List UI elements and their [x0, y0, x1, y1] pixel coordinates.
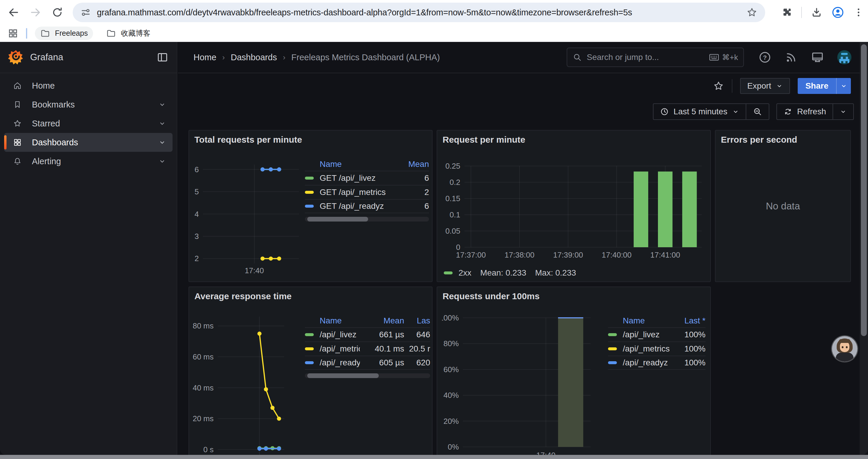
chevron-down-icon: [776, 83, 783, 90]
panel-average-response-time[interactable]: Average response time 80 ms60 ms40 ms20 …: [188, 287, 433, 455]
chevron-down-icon[interactable]: [158, 138, 166, 146]
bookmark-folder-blogs[interactable]: 收藏博客: [101, 27, 156, 40]
download-icon[interactable]: [811, 6, 823, 18]
profile-icon[interactable]: [831, 6, 844, 19]
grafana-logo[interactable]: [8, 50, 24, 65]
series-toggle[interactable]: /api/_metrics: [608, 344, 673, 354]
export-button[interactable]: Export: [740, 78, 790, 94]
legend-horizontal-scrollbar[interactable]: [305, 373, 430, 378]
share-menu-button[interactable]: [836, 78, 851, 94]
search-input[interactable]: Search or jump to... ⌘+k: [567, 47, 744, 67]
legend-header-last[interactable]: Last *: [673, 316, 706, 326]
series-point: [277, 256, 281, 261]
bar[interactable]: [634, 172, 648, 247]
panel-toggle-icon[interactable]: [157, 52, 168, 63]
horizontal-scrollbar[interactable]: [0, 455, 868, 459]
area-fill[interactable]: [558, 318, 583, 447]
rss-icon[interactable]: [785, 51, 798, 64]
chevron-down-icon[interactable]: [158, 101, 166, 108]
y-tick-label: 3: [195, 232, 199, 241]
series-toggle[interactable]: GET /api/_metrics: [305, 188, 402, 197]
series-toggle[interactable]: /api/_livez: [608, 330, 673, 339]
sidebar-item-dashboards[interactable]: Dashboards: [4, 133, 173, 152]
favorite-star-icon[interactable]: [713, 80, 724, 92]
legend-header-mean[interactable]: Mean: [360, 316, 404, 326]
kebab-menu-icon[interactable]: [853, 7, 864, 18]
bookmark-icon: [13, 100, 22, 109]
y-tick-label: 2: [195, 254, 199, 263]
back-button[interactable]: [5, 4, 22, 21]
panel-errors-per-second[interactable]: Errors per second No data: [715, 130, 851, 282]
bookmark-folder-freeleaps[interactable]: Freeleaps: [35, 27, 93, 40]
breadcrumb: Home › Dashboards › Freeleaps Metrics Da…: [193, 53, 440, 62]
sidebar-item-bookmarks[interactable]: Bookmarks: [0, 95, 177, 114]
panel-total-requests-per-minute[interactable]: Total requests per minute 6543217:40 Nam…: [188, 130, 433, 282]
zoom-out-button[interactable]: [746, 104, 769, 119]
series-toggle[interactable]: /api/_livez: [305, 330, 360, 339]
floating-assistant-avatar[interactable]: [832, 336, 857, 362]
vertical-scrollbar[interactable]: [860, 42, 868, 455]
legend-header-last[interactable]: Las: [404, 316, 430, 326]
sidebar-item-starred[interactable]: Starred: [0, 114, 177, 133]
panel-title[interactable]: Requests under 100ms: [442, 291, 539, 301]
time-range-picker[interactable]: Last 5 minutes: [653, 104, 746, 119]
legend-header-name[interactable]: Name: [305, 316, 360, 326]
user-avatar[interactable]: [837, 50, 851, 64]
monitor-icon[interactable]: [811, 51, 824, 64]
bar[interactable]: [682, 172, 696, 247]
chevron-down-icon[interactable]: [158, 120, 166, 127]
reload-button[interactable]: [49, 4, 66, 21]
active-indicator: [4, 135, 6, 150]
panel-title[interactable]: Total requests per minute: [194, 135, 302, 145]
bar[interactable]: [658, 172, 673, 247]
sidebar-item-alerting[interactable]: Alerting: [0, 152, 177, 171]
forward-button[interactable]: [27, 4, 44, 21]
scrollbar-thumb[interactable]: [307, 373, 379, 378]
toolbar-right-cluster: [781, 4, 864, 21]
series-point: [260, 167, 265, 172]
bookmark-star-icon[interactable]: [746, 7, 757, 18]
panel-title[interactable]: Request per minute: [442, 135, 525, 145]
chevron-down-icon[interactable]: [158, 157, 166, 165]
series-toggle[interactable]: 2xx: [444, 268, 471, 277]
series-point: [260, 256, 265, 261]
panel-title[interactable]: Average response time: [194, 291, 291, 301]
series-point: [277, 447, 281, 451]
legend-horizontal-scrollbar[interactable]: [305, 217, 429, 222]
bookmark-label: Freeleaps: [55, 29, 88, 37]
refresh-group: Refresh: [776, 103, 854, 120]
legend-header-name[interactable]: Name: [305, 160, 402, 169]
series-point: [257, 332, 261, 336]
legend-header-name[interactable]: Name: [608, 316, 673, 326]
series-toggle[interactable]: GET /api/_livez: [305, 173, 402, 183]
legend-max: Max: 0.233: [535, 268, 576, 277]
series-toggle[interactable]: GET /api/_readyz: [305, 201, 402, 211]
refresh-interval-button[interactable]: [833, 104, 853, 119]
series-point: [264, 447, 268, 451]
x-tick-label: 17:41:00: [650, 251, 680, 259]
apps-grid-icon[interactable]: [8, 28, 18, 39]
refresh-button[interactable]: Refresh: [777, 104, 833, 119]
series-toggle[interactable]: /api/_readyz: [305, 358, 360, 367]
share-button[interactable]: Share: [798, 78, 836, 94]
series-toggle[interactable]: /api/_readyz: [608, 358, 673, 367]
breadcrumb-home[interactable]: Home: [193, 53, 216, 62]
x-tick-label: 17:40: [245, 266, 264, 275]
tune-icon[interactable]: [80, 7, 91, 18]
address-bar[interactable]: grafana.mathmast.com/d/deytv4rwavabkb/fr…: [73, 3, 765, 22]
panel-requests-under-100ms[interactable]: Requests under 100ms 100%80%60%40%20%0%1…: [437, 287, 711, 455]
extensions-puzzle-icon[interactable]: [781, 7, 793, 18]
scrollbar-thumb[interactable]: [307, 217, 368, 222]
breadcrumb-dashboards[interactable]: Dashboards: [231, 53, 277, 62]
zoom-out-icon: [753, 107, 762, 117]
legend-header-mean[interactable]: Mean: [402, 160, 429, 169]
sidebar-item-home[interactable]: Home: [0, 76, 177, 95]
series-toggle[interactable]: /api/_metrics: [305, 344, 360, 354]
scrollbar-thumb[interactable]: [861, 44, 867, 336]
panel-request-per-minute[interactable]: Request per minute 0.250.20.150.10.05017…: [437, 130, 711, 282]
help-icon[interactable]: ?: [758, 51, 772, 64]
y-tick-label: 0.2: [450, 178, 460, 187]
series-color-pill: [608, 361, 617, 364]
series-color-pill: [305, 361, 314, 364]
y-tick-label: 5: [195, 187, 199, 196]
